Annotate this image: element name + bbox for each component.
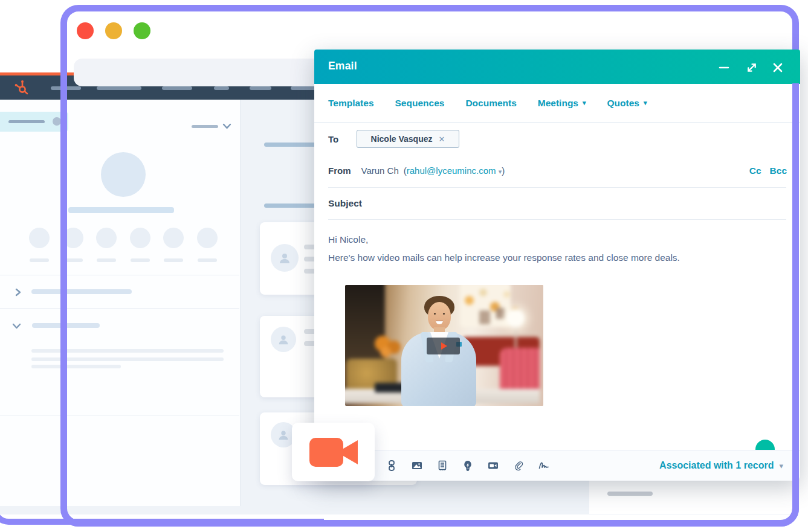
signature-icon[interactable] (538, 460, 549, 471)
image-icon[interactable] (412, 460, 422, 471)
attachment-icon[interactable] (513, 460, 524, 471)
tab-templates[interactable]: Templates (328, 98, 374, 109)
minimize-icon[interactable] (718, 62, 730, 74)
sender-email[interactable]: rahul@lyceuminc.com (407, 165, 496, 176)
associated-label: Associated with 1 record (659, 460, 774, 471)
crm-window-frame (0, 68, 324, 525)
video-camera-icon (306, 435, 361, 469)
insert-video-icon[interactable] (488, 460, 499, 471)
subject-input[interactable] (375, 194, 786, 213)
bcc-button[interactable]: Bcc (770, 165, 787, 176)
insert-tabs: Templates Sequences Documents Meetings▾ … (314, 84, 800, 123)
compose-footer: Associated with 1 record ▾ (314, 450, 800, 481)
sender-email-dropdown[interactable]: (rahul@lyceuminc.com ▾) (404, 165, 505, 176)
remove-recipient-icon[interactable]: ✕ (439, 135, 445, 144)
divider (328, 219, 786, 220)
caret-down-icon: ▾ (583, 100, 586, 106)
tab-documents[interactable]: Documents (465, 98, 516, 109)
tab-quotes[interactable]: Quotes▾ (607, 98, 647, 109)
play-overlay[interactable] (427, 338, 460, 354)
tab-sequences[interactable]: Sequences (395, 98, 445, 109)
from-label: From (328, 165, 351, 176)
email-body-editor[interactable]: Hi Nicole, Here's how video mails can he… (328, 231, 786, 267)
sender-name: Varun Ch (361, 165, 399, 176)
close-traffic-light[interactable] (77, 22, 94, 39)
from-row: From Varun Ch (rahul@lyceuminc.com ▾) (328, 165, 505, 176)
expand-icon[interactable] (746, 62, 758, 74)
recipient-chip[interactable]: Nicole Vasquez ✕ (357, 130, 459, 148)
close-icon[interactable] (772, 62, 784, 74)
template-icon[interactable] (437, 460, 448, 471)
insert-video-button[interactable] (292, 423, 375, 481)
divider (328, 187, 786, 188)
cc-button[interactable]: Cc (749, 165, 761, 176)
body-line-2: Here's how video mails can help increase… (328, 249, 786, 267)
modal-header[interactable]: Email (314, 50, 800, 84)
tab-meetings[interactable]: Meetings▾ (538, 98, 586, 109)
play-icon (441, 342, 447, 350)
modal-title: Email (328, 60, 357, 72)
recipient-name: Nicole Vasquez (371, 134, 433, 144)
cc-bcc: Cc Bcc (749, 165, 787, 176)
body-line-1: Hi Nicole, (328, 231, 786, 249)
associated-records-dropdown[interactable]: Associated with 1 record ▾ (659, 450, 783, 481)
bottom-panel (589, 480, 792, 514)
button-placeholder[interactable] (607, 492, 653, 496)
snippet-bulb-icon[interactable] (462, 460, 473, 471)
minimize-traffic-light[interactable] (105, 22, 122, 39)
caret-down-icon: ▾ (644, 100, 647, 106)
video-thumbnail[interactable] (345, 285, 543, 406)
zoom-traffic-light[interactable] (134, 22, 150, 39)
email-compose-modal: Email Templates Sequences Documents Meet… (314, 50, 800, 480)
page: { "browser_window": { "frame_color": "#8… (0, 0, 808, 532)
link-icon[interactable] (386, 460, 397, 471)
subject-label: Subject (328, 198, 362, 209)
caret-down-icon: ▾ (779, 462, 783, 470)
to-label: To (328, 134, 338, 144)
editor-toolbar (386, 460, 549, 471)
